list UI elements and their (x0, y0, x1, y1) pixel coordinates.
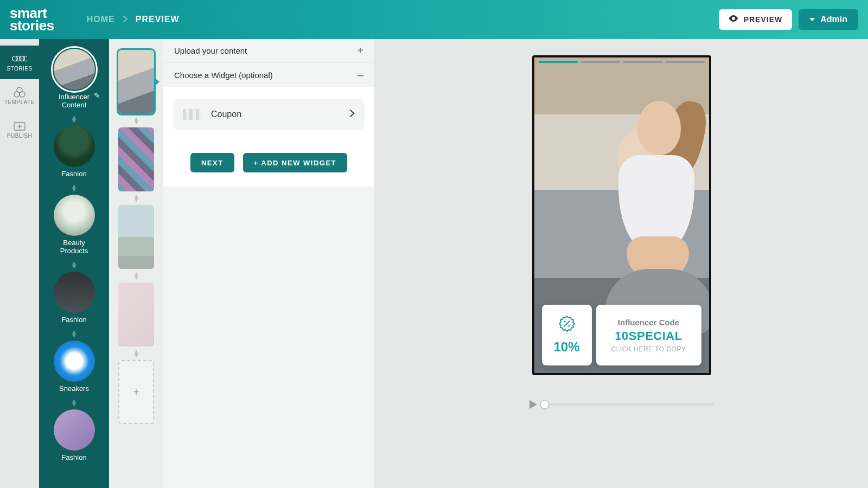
story-item-sneakers[interactable]: Sneakers (54, 341, 95, 393)
reorder-handle[interactable]: ▴▾ (72, 261, 76, 268)
story-label: Beauty Products (60, 239, 88, 255)
story-item-influencer[interactable]: ✎ Influencer Content (54, 49, 95, 110)
chevron-right-icon (349, 110, 355, 119)
accordion-upload-title: Upload your content (174, 46, 247, 55)
story-item-fashion-1[interactable]: Fashion (54, 126, 95, 178)
next-button[interactable]: NEXT (190, 153, 234, 172)
editor-panel: Upload your content + Choose a Widget (o… (163, 39, 375, 488)
reorder-handle[interactable]: ▴▾ (72, 330, 76, 337)
scrub-track[interactable] (541, 403, 714, 406)
svg-point-5 (14, 92, 20, 97)
preview-button[interactable]: PREVIEW (719, 9, 793, 30)
nav-stories-label: STORIES (7, 66, 32, 72)
widget-item-label: Coupon (211, 110, 241, 119)
plus-icon: + (133, 386, 139, 399)
slide-thumb-3[interactable] (118, 205, 154, 269)
accordion-widget-body: Coupon NEXT + ADD NEW WIDGET (163, 87, 374, 187)
accordion-widget[interactable]: Choose a Widget (optional) – (163, 63, 374, 87)
pencil-icon[interactable]: ✎ (94, 91, 100, 100)
nav-stories[interactable]: STORIES (0, 46, 39, 79)
next-button-label: NEXT (201, 159, 224, 167)
reorder-handle[interactable]: ▴▾ (135, 195, 138, 202)
progress-segment (539, 61, 578, 63)
story-thumb (54, 49, 95, 90)
coupon-widget[interactable]: 10% Influencer Code 10SPECIAL CLICK HERE… (542, 305, 701, 365)
phone-preview: 10% Influencer Code 10SPECIAL CLICK HERE… (532, 55, 711, 375)
top-bar: smart stories HOME PREVIEW PREVIEW Admin (0, 0, 868, 39)
svg-point-9 (568, 325, 570, 326)
svg-point-3 (23, 56, 27, 61)
slide-thumb-4[interactable] (118, 282, 154, 346)
story-label: Fashion (61, 454, 86, 462)
discount-badge-icon (559, 316, 575, 334)
breadcrumb-current: PREVIEW (136, 15, 180, 24)
preview-button-label: PREVIEW (744, 15, 783, 24)
eye-icon (729, 15, 738, 24)
add-widget-button[interactable]: + ADD NEW WIDGET (243, 153, 347, 172)
story-progress (539, 61, 705, 63)
reorder-handle[interactable]: ▴▾ (135, 272, 138, 279)
coupon-icon (183, 109, 201, 120)
add-slide-button[interactable]: + (118, 360, 154, 424)
story-thumb (54, 409, 95, 451)
slides-column: ▴▾ ▴▾ ▴▾ ▴▾ + (109, 39, 163, 488)
coupon-copy-hint: CLICK HERE TO COPY (611, 345, 686, 353)
caret-down-icon (809, 18, 815, 21)
story-thumb (54, 126, 95, 167)
story-thumb (54, 341, 95, 382)
story-label: Fashion (61, 316, 86, 324)
story-label: Fashion (61, 170, 86, 178)
chevron-right-icon (123, 15, 128, 24)
nav-rail: STORIES TEMPLATE PUBLISH (0, 39, 39, 488)
story-thumb (54, 272, 95, 313)
coupon-code-card[interactable]: Influencer Code 10SPECIAL CLICK HERE TO … (596, 305, 701, 365)
slide-thumb-2[interactable] (118, 127, 154, 191)
coupon-code: 10SPECIAL (615, 329, 682, 343)
reorder-handle[interactable]: ▴▾ (135, 350, 138, 357)
progress-segment (623, 61, 662, 63)
scrub-handle[interactable] (540, 400, 549, 409)
coupon-percent: 10% (553, 339, 579, 355)
coupon-title: Influencer Code (618, 318, 679, 327)
progress-segment (581, 61, 620, 63)
reorder-handle[interactable]: ▴▾ (72, 399, 76, 406)
story-item-fashion-3[interactable]: Fashion (54, 409, 95, 462)
breadcrumb-home[interactable]: HOME (87, 15, 115, 24)
preview-canvas: 10% Influencer Code 10SPECIAL CLICK HERE… (375, 39, 868, 488)
play-icon[interactable] (529, 400, 537, 409)
reorder-handle[interactable]: ▴▾ (135, 117, 138, 124)
template-icon (12, 87, 27, 97)
progress-segment (666, 61, 705, 63)
admin-menu-button[interactable]: Admin (799, 9, 858, 30)
accordion-widget-title: Choose a Widget (optional) (174, 70, 273, 80)
preview-figure (589, 95, 703, 323)
reorder-handle[interactable]: ▴▾ (72, 115, 76, 123)
story-label: Influencer Content (59, 93, 90, 110)
breadcrumb: HOME PREVIEW (87, 15, 180, 24)
story-item-fashion-2[interactable]: Fashion (54, 272, 95, 324)
nav-template[interactable]: TEMPLATE (0, 79, 39, 113)
stories-column: ✎ Influencer Content ▴▾ Fashion ▴▾ Beaut… (39, 39, 109, 488)
add-widget-label: + ADD NEW WIDGET (254, 159, 336, 167)
app-logo: smart stories (10, 7, 54, 33)
svg-point-8 (564, 320, 565, 322)
widget-item-coupon[interactable]: Coupon (173, 99, 365, 130)
plus-icon: + (357, 44, 363, 57)
minus-icon: – (358, 69, 363, 81)
story-item-beauty[interactable]: Beauty Products (54, 195, 95, 255)
stories-icon (12, 54, 27, 63)
svg-point-6 (20, 92, 25, 97)
logo-line2: stories (10, 20, 54, 32)
slide-thumb-1[interactable] (118, 50, 154, 114)
reorder-handle[interactable]: ▴▾ (72, 184, 76, 191)
nav-template-label: TEMPLATE (4, 99, 35, 105)
publish-icon (12, 121, 27, 131)
nav-publish-label: PUBLISH (7, 133, 32, 139)
story-thumb (54, 195, 95, 236)
coupon-percent-card: 10% (542, 305, 592, 365)
accordion-upload[interactable]: Upload your content + (163, 39, 374, 63)
story-label: Sneakers (59, 385, 89, 393)
nav-publish[interactable]: PUBLISH (0, 113, 39, 146)
admin-label: Admin (820, 15, 847, 24)
